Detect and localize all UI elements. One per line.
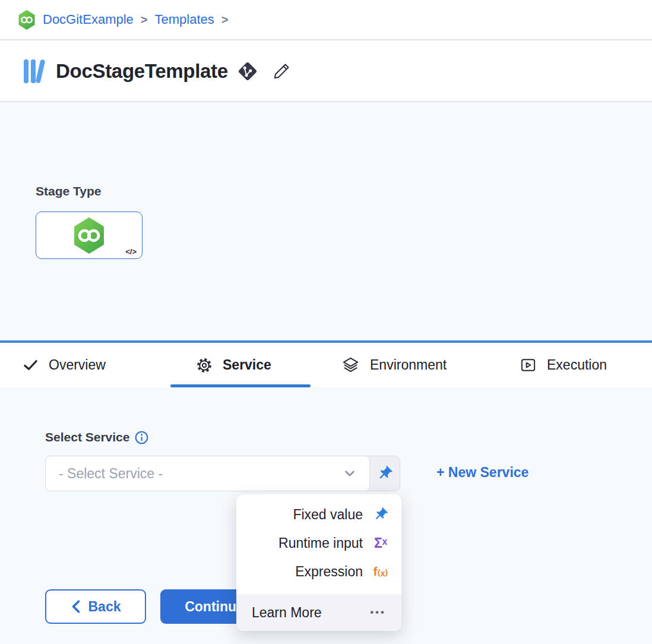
input-type-selector-button[interactable] — [370, 456, 400, 491]
input-type-menu: Fixed value Runtime input Σˣ Expression … — [236, 494, 401, 631]
stage-type-section: Stage Type </> — [0, 102, 652, 340]
edit-pencil-icon[interactable] — [271, 61, 292, 82]
menu-item-label: Runtime input — [278, 535, 363, 551]
menu-item-fixed-value[interactable]: Fixed value — [236, 500, 401, 529]
stage-type-card[interactable]: </> — [36, 211, 143, 259]
harness-module-icon — [18, 10, 36, 30]
title-bar: DocStageTemplate — [0, 42, 652, 102]
pin-icon — [376, 465, 393, 482]
page-title: DocStageTemplate — [56, 60, 228, 83]
learn-more-label: Learn More — [252, 605, 322, 621]
tab-label: Environment — [370, 357, 447, 373]
tab-label: Service — [223, 357, 271, 373]
service-select[interactable]: - Select Service - — [46, 456, 370, 491]
input-type-menu-items: Fixed value Runtime input Σˣ Expression … — [236, 494, 401, 586]
code-glyph: </> — [125, 247, 137, 256]
back-button-label: Back — [88, 599, 121, 615]
tab-environment[interactable]: Environment — [341, 343, 447, 387]
stage-type-label: Stage Type — [36, 184, 101, 198]
breadcrumb: DocGitExample > Templates > — [0, 0, 652, 40]
new-service-button[interactable]: + New Service — [436, 465, 528, 481]
stage-tabs: Overview Service Environment — [0, 343, 652, 387]
select-service-label: Select Service — [45, 430, 129, 444]
layers-icon — [341, 356, 360, 374]
service-select-placeholder: - Select Service - — [59, 466, 163, 482]
gear-icon — [196, 357, 213, 374]
info-icon[interactable] — [135, 431, 148, 444]
ellipsis-icon: ••• — [370, 607, 386, 618]
menu-item-expression[interactable]: Expression f₍ₓ₎ — [236, 557, 401, 586]
menu-item-runtime-input[interactable]: Runtime input Σˣ — [236, 529, 401, 557]
tab-execution[interactable]: Execution — [520, 343, 607, 387]
check-icon — [23, 357, 39, 373]
harness-deploy-icon — [72, 217, 106, 254]
breadcrumb-separator: > — [141, 13, 148, 27]
menu-item-label: Expression — [295, 564, 363, 580]
tab-service[interactable]: Service — [196, 343, 271, 387]
back-button[interactable]: Back — [45, 589, 146, 624]
tab-label: Execution — [547, 357, 607, 373]
breadcrumb-project-link[interactable]: DocGitExample — [43, 12, 134, 27]
breadcrumb-separator: > — [221, 13, 229, 27]
menu-item-label: Fixed value — [293, 507, 363, 523]
breadcrumb-templates-link[interactable]: Templates — [155, 12, 214, 27]
library-icon — [23, 58, 46, 85]
learn-more-row[interactable]: Learn More ••• — [236, 594, 401, 631]
pin-icon — [371, 507, 391, 522]
template-studio-page: DocGitExample > Templates > DocStageTemp… — [0, 0, 652, 644]
fx-icon: f₍ₓ₎ — [371, 564, 391, 579]
chevron-down-icon — [342, 466, 357, 481]
tab-overview[interactable]: Overview — [23, 343, 106, 387]
git-icon — [236, 60, 259, 83]
chevron-left-icon — [71, 600, 81, 613]
service-select-group: - Select Service - — [45, 456, 400, 491]
sigma-icon: Σˣ — [371, 535, 391, 551]
play-icon — [520, 356, 537, 374]
continue-button-label: Continue — [185, 599, 244, 615]
tab-label: Overview — [49, 357, 106, 373]
select-service-label-row: Select Service — [45, 430, 148, 444]
